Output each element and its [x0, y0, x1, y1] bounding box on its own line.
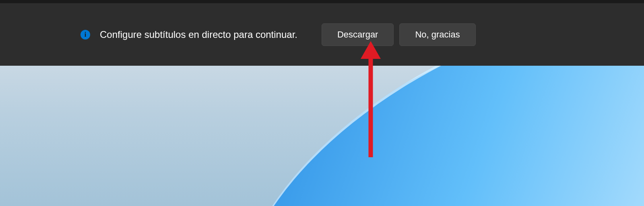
ribbon-layer [175, 66, 644, 206]
download-button[interactable]: Descargar [322, 23, 394, 46]
live-captions-prompt-bar: i Configure subtítulos en directo para c… [0, 3, 644, 66]
desktop-wallpaper [0, 66, 644, 206]
info-icon-glyph: i [85, 31, 86, 38]
no-thanks-button[interactable]: No, gracias [399, 23, 475, 46]
window-top-border [0, 0, 644, 3]
info-icon: i [80, 30, 90, 40]
prompt-button-group: Descargar No, gracias [322, 23, 476, 46]
wallpaper-bloom-ribbons [161, 66, 644, 206]
prompt-message: Configure subtítulos en directo para con… [100, 29, 297, 40]
